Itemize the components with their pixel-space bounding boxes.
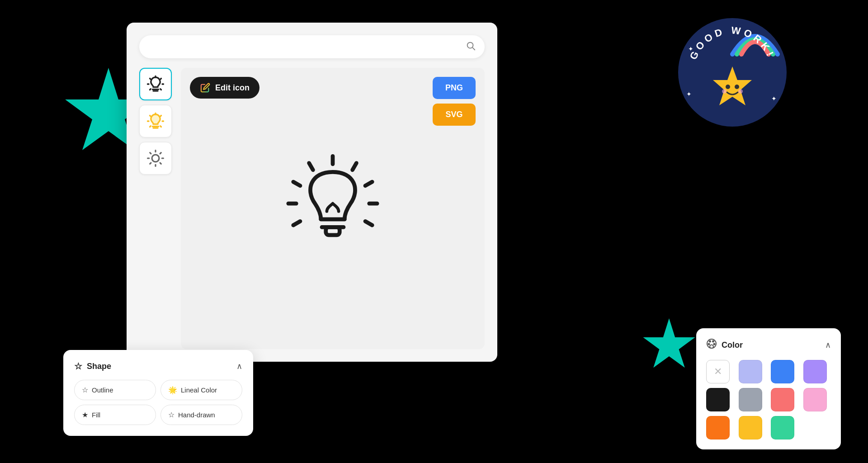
outline-label: Outline (92, 386, 113, 394)
outline-icon: ☆ (82, 386, 88, 394)
svg-line-8 (472, 47, 475, 50)
hand-drawn-label: Hand-drawn (178, 411, 215, 419)
color-panel-title: Color (706, 338, 743, 352)
svg-line-42 (293, 221, 300, 225)
badge-star (710, 64, 755, 115)
search-bar[interactable] (139, 35, 485, 58)
color-swatch-purple[interactable] (803, 360, 827, 383)
shape-outline-button[interactable]: ☆ Outline (74, 380, 156, 400)
color-panel: Color ∧ ✕ (696, 328, 841, 449)
color-swatch-black[interactable] (706, 388, 730, 411)
edit-icon-label: Edit icon (215, 83, 250, 93)
svg-line-38 (365, 221, 372, 225)
download-buttons: PNG SVG (433, 77, 476, 126)
shape-star-icon: ☆ (74, 361, 82, 372)
shape-fill-button[interactable]: ★ Fill (74, 405, 156, 425)
svg-download-button[interactable]: SVG (433, 104, 476, 126)
color-swatch-green[interactable] (771, 416, 794, 439)
color-swatch-gray[interactable] (739, 388, 762, 411)
shape-panel-header: ☆ Shape ∧ (74, 361, 242, 372)
search-icon (466, 41, 476, 53)
pencil-icon (200, 82, 211, 93)
svg-line-19 (160, 116, 161, 117)
shape-options-grid: ☆ Outline 🌟 Lineal Color ★ Fill ☆ Hand-d… (74, 380, 242, 425)
svg-point-6 (738, 89, 743, 94)
shape-chevron-icon[interactable]: ∧ (236, 361, 242, 371)
svg-point-5 (722, 89, 726, 94)
shape-panel-title: ☆ Shape (74, 361, 111, 372)
svg-line-24 (150, 116, 151, 117)
svg-line-28 (150, 153, 151, 154)
svg-line-39 (309, 163, 313, 170)
preview-area: Edit icon PNG SVG (181, 68, 485, 349)
svg-line-22 (150, 126, 151, 127)
icon-item-2[interactable] (139, 142, 172, 175)
hand-drawn-icon: ☆ (168, 411, 175, 419)
color-swatch-lavender[interactable] (739, 360, 762, 383)
fill-label: Fill (92, 411, 100, 419)
svg-line-32 (150, 163, 151, 164)
svg-line-13 (160, 89, 161, 90)
edit-icon-button[interactable]: Edit icon (190, 77, 259, 99)
svg-text:GOOD WORK!: GOOD WORK! (687, 24, 777, 61)
icon-sidebar (139, 68, 172, 175)
color-swatch-none[interactable]: ✕ (706, 360, 730, 383)
color-swatch-blue[interactable] (771, 360, 794, 383)
color-chevron-icon[interactable]: ∧ (825, 340, 831, 350)
decoration-starburst-br (642, 318, 696, 373)
svg-point-3 (726, 85, 730, 89)
shape-panel: ☆ Shape ∧ ☆ Outline 🌟 Lineal Color ★ Fil… (63, 350, 253, 436)
svg-line-36 (365, 182, 372, 186)
lineal-color-label: Lineal Color (181, 386, 217, 394)
svg-line-35 (353, 163, 357, 170)
svg-line-14 (150, 89, 151, 90)
palette-icon (706, 338, 717, 352)
color-swatch-coral[interactable] (771, 388, 794, 411)
color-swatch-yellow[interactable] (739, 416, 762, 439)
shape-lineal-color-button[interactable]: 🌟 Lineal Color (160, 380, 242, 400)
pencil-svg (200, 83, 210, 93)
svg-line-40 (293, 182, 300, 186)
svg-line-29 (160, 163, 161, 164)
svg-point-48 (712, 341, 714, 342)
svg-point-25 (152, 155, 159, 162)
shape-title-label: Shape (87, 362, 111, 371)
svg-point-47 (709, 341, 711, 342)
main-lightbulb-icon (278, 154, 387, 263)
svg-line-21 (160, 126, 161, 127)
color-swatch-orange[interactable] (706, 416, 730, 439)
good-work-badge: ✦ ✦ ✦ ✦ GOOD WORK! (678, 18, 787, 127)
svg-marker-2 (713, 66, 752, 105)
search-input[interactable] (148, 43, 466, 51)
icon-item-1[interactable] (139, 105, 172, 137)
svg-line-16 (150, 79, 151, 80)
svg-point-50 (714, 344, 715, 345)
svg-point-49 (708, 344, 710, 345)
color-swatch-pink[interactable] (803, 388, 827, 411)
fill-icon: ★ (82, 411, 88, 419)
svg-line-11 (160, 79, 161, 80)
lineal-color-icon: 🌟 (168, 386, 177, 394)
svg-line-33 (160, 153, 161, 154)
svg-point-4 (735, 85, 739, 89)
color-grid: ✕ (706, 360, 831, 439)
color-panel-header: Color ∧ (706, 338, 831, 352)
main-window: Edit icon PNG SVG (127, 23, 497, 362)
svg-rect-45 (326, 227, 340, 235)
icon-item-0[interactable] (139, 68, 172, 100)
shape-hand-drawn-button[interactable]: ☆ Hand-drawn (160, 405, 242, 425)
color-title-label: Color (722, 340, 743, 350)
png-download-button[interactable]: PNG (433, 77, 476, 99)
